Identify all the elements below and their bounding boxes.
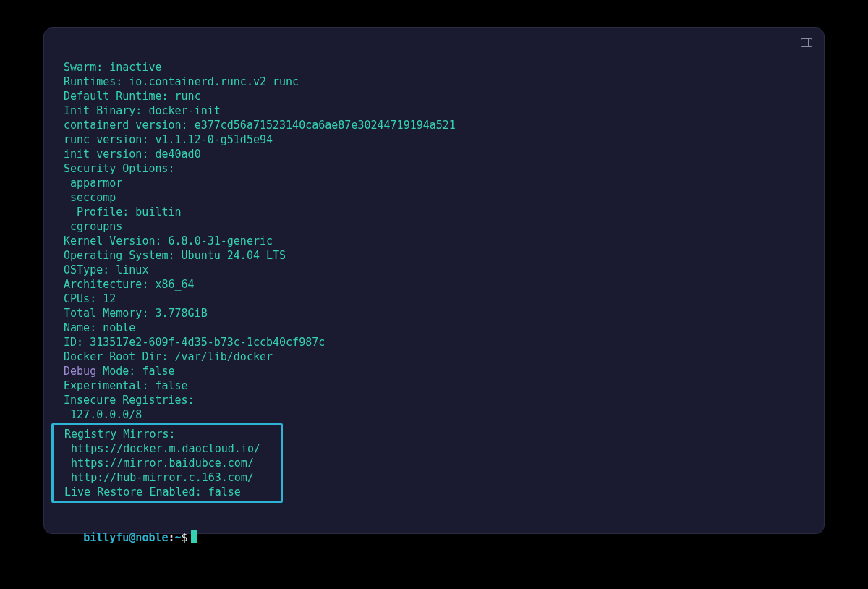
output-line: Experimental: false [57, 378, 811, 393]
output-line: Runtimes: io.containerd.runc.v2 runc [57, 75, 811, 89]
output-line: Debug Mode: false [57, 364, 811, 378]
prompt-user-host: billyfu@noble [83, 531, 168, 544]
cursor-icon [191, 530, 197, 543]
output-line: init version: de40ad0 [57, 147, 811, 161]
output-line: Name: noble [57, 321, 811, 335]
output-line: Swarm: inactive [57, 60, 811, 75]
output-line: containerd version: e377cd56a71523140ca6… [57, 118, 811, 132]
output-line: Registry Mirrors: [58, 427, 276, 441]
output-text: Profile: builtin [70, 205, 182, 219]
debug-keyword: Debug [57, 365, 96, 378]
shell-prompt[interactable]: billyfu@noble:~$ [57, 516, 811, 559]
output-line: ID: 313517e2-609f-4d35-b73c-1ccb40cf987c [57, 335, 811, 349]
output-line: Profile: builtin [57, 205, 811, 219]
output-line: 127.0.0.0/8 [57, 407, 811, 422]
output-line: Security Options: [57, 161, 811, 176]
prompt-path: ~ [175, 531, 182, 544]
output-line: seccomp [57, 190, 811, 205]
output-line: Operating System: Ubuntu 24.04 LTS [57, 248, 811, 263]
output-line: apparmor [57, 176, 811, 190]
terminal-window[interactable]: Swarm: inactive Runtimes: io.containerd.… [43, 27, 825, 534]
output-line: https://docker.m.daocloud.io/ [58, 441, 276, 456]
output-line: Insecure Registries: [57, 393, 811, 407]
output-line: http://hub-mirror.c.163.com/ [58, 470, 276, 485]
output-text: Mode: false [96, 365, 174, 378]
output-line: OSType: linux [57, 263, 811, 277]
highlighted-registry-mirrors: Registry Mirrors: https://docker.m.daocl… [51, 423, 283, 503]
prompt-separator: : [169, 531, 175, 544]
output-line: runc version: v1.1.12-0-g51d5e94 [57, 132, 811, 147]
output-line: Default Runtime: runc [57, 89, 811, 103]
svg-rect-0 [801, 39, 812, 47]
output-line: Total Memory: 3.778GiB [57, 306, 811, 321]
output-line: CPUs: 12 [57, 292, 811, 306]
output-line: Live Restore Enabled: false [58, 485, 276, 499]
output-line: https://mirror.baidubce.com/ [58, 456, 276, 470]
output-line: Docker Root Dir: /var/lib/docker [57, 349, 811, 364]
output-line: Kernel Version: 6.8.0-31-generic [57, 234, 811, 248]
output-line: cgroupns [57, 219, 811, 234]
output-line: Architecture: x86_64 [57, 277, 811, 292]
prompt-symbol: $ [182, 531, 188, 544]
output-line: Init Binary: docker-init [57, 103, 811, 118]
window-panel-icon [801, 38, 812, 47]
